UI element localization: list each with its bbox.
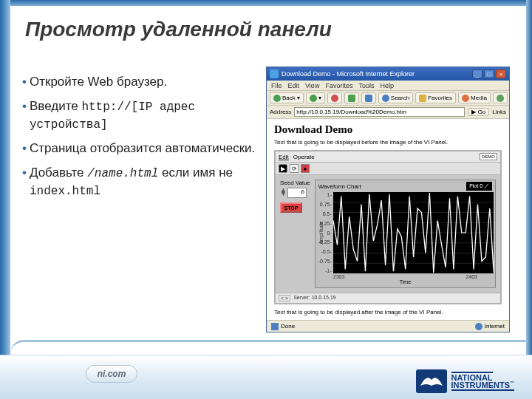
window-titlebar: Download Demo - Microsoft Internet Explo… xyxy=(267,67,509,81)
menu-help[interactable]: Help xyxy=(380,82,394,89)
star-icon xyxy=(419,95,426,102)
menu-file[interactable]: File xyxy=(271,82,282,89)
internet-zone-icon xyxy=(475,323,482,330)
vi-server-status: Server: 10.0.15.19 xyxy=(293,295,336,301)
bullet-item: Страница отобразится автоматически. xyxy=(22,140,259,157)
menu-favorites[interactable]: Favorites xyxy=(325,82,352,89)
home-button[interactable] xyxy=(361,92,376,103)
browser-window: Download Demo - Microsoft Internet Explo… xyxy=(266,66,510,332)
favorites-button[interactable]: Favorites xyxy=(415,92,456,103)
page-body: Download Demo Text that is going to be d… xyxy=(267,119,509,324)
vi-scroll-indicator[interactable]: < > xyxy=(279,295,290,301)
vi-menu-bar: Edit Operate DEMO xyxy=(276,151,500,163)
page-before-text: Text that is going to be displayed befor… xyxy=(274,139,502,146)
y-axis-label: Amplitude xyxy=(318,221,324,244)
address-bar: Address ▶ Go Links xyxy=(267,106,509,119)
browser-toolbar: Back ▾ ▾ Search Favorites Media xyxy=(267,91,509,106)
vi-menu-edit[interactable]: Edit xyxy=(279,154,289,160)
maximize-button[interactable]: □ xyxy=(484,69,494,78)
menu-edit[interactable]: Edit xyxy=(288,82,300,89)
menu-tools[interactable]: Tools xyxy=(358,82,374,89)
page-title: Download Demo xyxy=(274,123,502,136)
x-axis-label: Time xyxy=(317,279,494,286)
stop-vi-button[interactable]: STOP xyxy=(280,202,302,213)
vi-status-bar: < > Server: 10.0.15.19 xyxy=(276,293,500,303)
zone-text: Internet xyxy=(485,323,505,330)
seed-spinner[interactable]: ▲▼ xyxy=(280,188,287,197)
home-icon xyxy=(365,95,372,102)
slide-title: Просмотр удаленной панели xyxy=(25,18,332,41)
plot-area xyxy=(333,192,494,273)
browser-status-bar: Done Internet xyxy=(267,320,509,332)
stop-button[interactable] xyxy=(327,92,342,103)
vi-menu-operate[interactable]: Operate xyxy=(293,154,315,160)
page-after-text: Text that is going to be displayed after… xyxy=(274,309,502,316)
minimize-button[interactable]: _ xyxy=(472,69,482,78)
back-button[interactable]: Back ▾ xyxy=(270,92,304,103)
bullet-item: Откройте Web браузер. xyxy=(22,74,259,91)
done-icon xyxy=(271,323,279,330)
media-icon xyxy=(462,95,469,102)
history-icon xyxy=(497,95,504,102)
browser-menu-bar: File Edit View Favorites Tools Help xyxy=(267,81,509,91)
x-axis-ticks: 23032403 xyxy=(317,273,494,279)
close-button[interactable]: × xyxy=(496,69,506,78)
plot-legend: Plot 0 ／ xyxy=(466,182,492,191)
media-button[interactable]: Media xyxy=(458,92,491,103)
ni-logo: NATIONAL INSTRUMENTS™ xyxy=(416,369,514,393)
waveform-chart: Waveform Chart Plot 0 ／ Amplitude 1-0.75… xyxy=(315,180,496,288)
bullet-item: Введите http://[IP адрес устройства] xyxy=(22,98,259,133)
menu-view[interactable]: View xyxy=(305,82,319,89)
stop-icon xyxy=(331,95,338,102)
run-continuous-button[interactable]: ⟳ xyxy=(290,164,299,173)
vi-demo-badge: DEMO xyxy=(480,153,497,160)
bullet-list: Откройте Web браузер. Введите http://[IP… xyxy=(22,74,259,207)
ni-wordmark: NATIONAL INSTRUMENTS™ xyxy=(451,372,514,392)
address-input[interactable] xyxy=(294,107,465,117)
search-icon xyxy=(382,95,389,102)
status-text: Done xyxy=(281,323,295,330)
refresh-icon xyxy=(348,95,355,102)
address-label: Address xyxy=(270,109,291,115)
ie-icon xyxy=(270,69,279,78)
vi-panel: Edit Operate DEMO ▶ ⟳ ● Seed Value xyxy=(274,150,502,304)
history-button[interactable] xyxy=(493,92,508,103)
back-icon xyxy=(273,95,281,102)
eagle-icon xyxy=(416,369,447,393)
run-button[interactable]: ▶ xyxy=(279,164,287,173)
links-label[interactable]: Links xyxy=(492,109,506,115)
seed-control: Seed Value ▲▼ 6 xyxy=(280,180,310,198)
chart-title: Waveform Chart xyxy=(318,183,361,190)
window-title: Download Demo - Microsoft Internet Explo… xyxy=(282,70,415,78)
refresh-button[interactable] xyxy=(344,92,359,103)
forward-button[interactable]: ▾ xyxy=(306,92,325,103)
go-button[interactable]: ▶ Go xyxy=(468,108,489,116)
bullet-item: Добавьте /name.html если имя не index.ht… xyxy=(22,165,259,200)
nicom-badge: ni.com xyxy=(86,365,137,383)
seed-value-input[interactable]: 6 xyxy=(287,188,307,198)
search-button[interactable]: Search xyxy=(378,92,413,103)
vi-toolbar: ▶ ⟳ ● xyxy=(276,163,500,175)
abort-button[interactable]: ● xyxy=(301,164,310,173)
forward-icon xyxy=(310,95,317,102)
seed-label: Seed Value xyxy=(280,180,310,186)
